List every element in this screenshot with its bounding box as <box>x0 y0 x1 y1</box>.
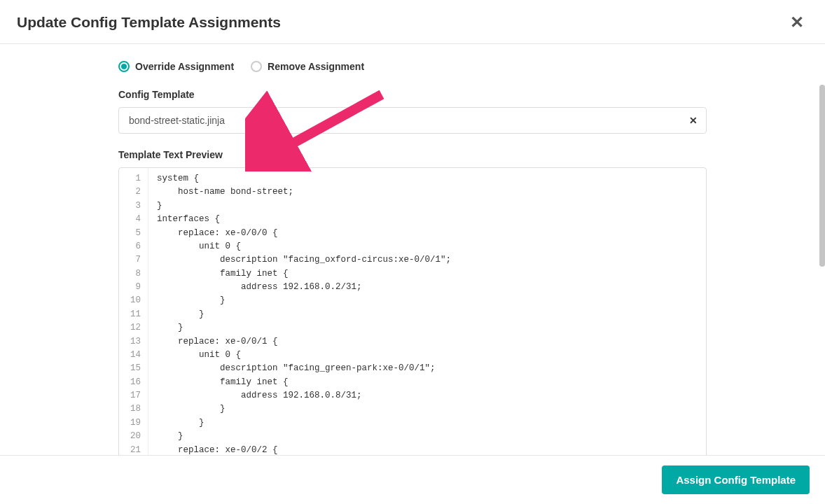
radio-label: Remove Assignment <box>268 61 364 72</box>
line-number-gutter: 1234567891011121314151617181920212223242… <box>119 168 148 455</box>
config-template-select[interactable]: bond-street-static.jinja ✕ <box>118 107 707 134</box>
radio-icon <box>251 61 262 72</box>
assign-config-template-button[interactable]: Assign Config Template <box>662 465 810 494</box>
close-icon[interactable]: ✕ <box>786 13 808 32</box>
radio-remove-assignment[interactable]: Remove Assignment <box>251 61 364 72</box>
code-content: system { host-name bond-street;}interfac… <box>148 168 706 455</box>
modal-body: Override Assignment Remove Assignment Co… <box>0 44 825 455</box>
modal-footer: Assign Config Template <box>0 455 825 504</box>
modal-title: Update Config Template Assignments <box>17 14 281 31</box>
modal-header: Update Config Template Assignments ✕ <box>0 0 825 44</box>
template-preview-label: Template Text Preview <box>118 149 707 160</box>
config-template-label: Config Template <box>118 89 707 100</box>
assignment-mode-radios: Override Assignment Remove Assignment <box>118 61 707 72</box>
radio-label: Override Assignment <box>135 61 234 72</box>
config-template-value: bond-street-static.jinja <box>129 115 225 126</box>
clear-icon[interactable]: ✕ <box>689 115 698 126</box>
scrollbar[interactable] <box>819 85 825 267</box>
template-preview: 1234567891011121314151617181920212223242… <box>118 167 707 455</box>
radio-override-assignment[interactable]: Override Assignment <box>118 61 234 72</box>
radio-icon <box>118 61 130 72</box>
